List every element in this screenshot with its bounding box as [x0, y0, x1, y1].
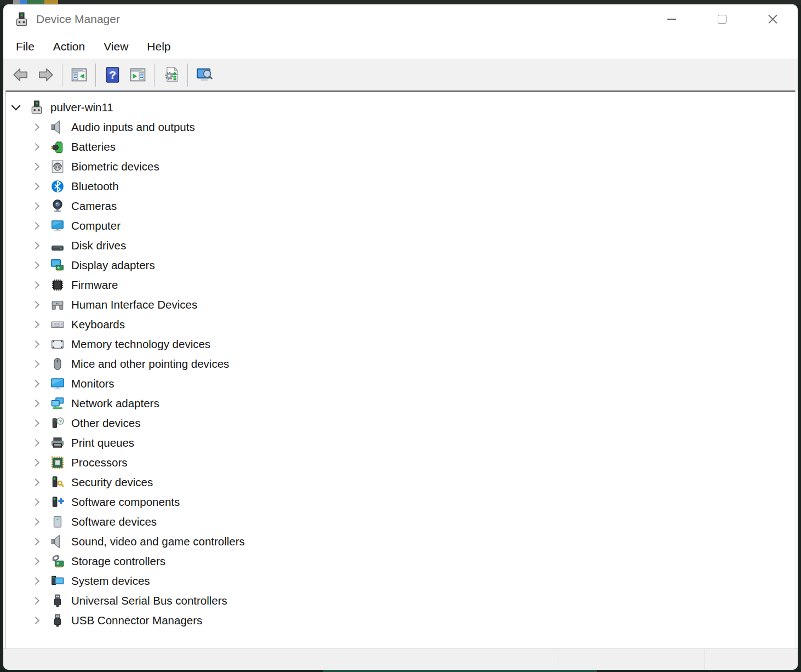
chevron-right-icon[interactable] [32, 360, 41, 369]
tree-item-software-components[interactable]: Software components [6, 492, 795, 512]
chevron-right-icon[interactable] [32, 241, 41, 250]
chevron-right-icon[interactable] [32, 537, 41, 546]
toolbar [3, 59, 798, 90]
tree-item-human-interface-devices[interactable]: Human Interface Devices [6, 295, 795, 315]
speaker-icon [50, 534, 65, 549]
chevron-right-icon[interactable] [32, 596, 41, 606]
chevron-right-icon[interactable] [32, 123, 41, 132]
chevron-right-icon[interactable] [32, 340, 41, 349]
tree-item-security-devices[interactable]: Security devices [6, 472, 795, 492]
tree-item-audio-inputs-and-outputs[interactable]: Audio inputs and outputs [6, 117, 795, 137]
menu-file[interactable]: File [7, 40, 44, 53]
tree-item-monitors[interactable]: Monitors [6, 374, 795, 394]
tree-item-memory-technology-devices[interactable]: Memory technology devices [6, 334, 795, 354]
tree-item-processors[interactable]: Processors [6, 453, 795, 472]
chevron-right-glyph [32, 183, 39, 190]
chevron-right-glyph [32, 597, 39, 605]
chevron-down-icon[interactable] [11, 103, 20, 112]
system-device-icon [50, 574, 65, 588]
tree-item-system-devices[interactable]: System devices [6, 571, 795, 591]
tree-item-batteries[interactable]: Batteries [6, 137, 795, 157]
chevron-right-icon[interactable] [32, 162, 41, 172]
chevron-right-icon[interactable] [32, 281, 41, 290]
chevron-right-icon[interactable] [32, 438, 41, 448]
tree-item-firmware[interactable]: Firmware [6, 275, 795, 295]
software-component-icon [50, 495, 65, 509]
chevron-right-icon[interactable] [32, 616, 41, 625]
menu-view[interactable]: View [94, 40, 138, 53]
chevron-right-icon[interactable] [32, 379, 41, 389]
show-action-pane-button[interactable] [125, 63, 150, 87]
tree-item-disk-drives[interactable]: Disk drives [6, 236, 795, 255]
maximize-button[interactable] [697, 4, 747, 34]
show-console-tree-icon [71, 66, 88, 83]
speaker-icon [50, 120, 65, 134]
chevron-right-glyph [32, 360, 39, 368]
tree-item-cameras[interactable]: Cameras [6, 196, 795, 216]
device-manager-icon [30, 100, 44, 115]
tree-item-universal-serial-bus-controllers[interactable]: Universal Serial Bus controllers [6, 591, 795, 611]
tree-item-mice-and-other-pointing-devices[interactable]: Mice and other pointing devices [6, 354, 795, 374]
tree-item-label: Disk drives [71, 239, 126, 252]
tree-item-storage-controllers[interactable]: Storage controllers [6, 551, 795, 571]
tree-item-keyboards[interactable]: Keyboards [6, 315, 795, 334]
computer-icon [50, 219, 65, 233]
forward-arrow-button[interactable] [33, 63, 58, 87]
tree-item-other-devices[interactable]: Other devices [6, 413, 795, 433]
chevron-right-icon[interactable] [32, 478, 41, 487]
tree-item-network-adapters[interactable]: Network adapters [6, 394, 795, 413]
chevron-right-icon[interactable] [32, 320, 41, 329]
chevron-right-glyph [32, 479, 39, 486]
chevron-right-icon[interactable] [32, 458, 41, 468]
minimize-button[interactable] [646, 4, 697, 34]
remote-computer-search-button[interactable] [192, 63, 217, 87]
tree-item-display-adapters[interactable]: Display adapters [6, 255, 795, 275]
tree-item-label: Batteries [71, 140, 116, 153]
toolbar-separator [62, 64, 62, 87]
chevron-right-glyph [32, 459, 39, 466]
bluetooth-icon [50, 179, 65, 193]
tree-item-sound-video-and-game-controllers[interactable]: Sound, video and game controllers [6, 532, 795, 551]
tree-item-print-queues[interactable]: Print queues [6, 433, 795, 453]
chevron-right-icon[interactable] [32, 577, 41, 586]
tree-item-computer[interactable]: Computer [6, 216, 795, 236]
menu-help[interactable]: Help [138, 40, 180, 53]
chevron-right-icon[interactable] [32, 300, 41, 310]
chevron-right-glyph [32, 419, 39, 427]
fingerprint-icon [50, 160, 65, 174]
tree-item-biometric-devices[interactable]: Biometric devices [6, 157, 795, 176]
close-button[interactable] [747, 4, 798, 34]
chevron-right-icon[interactable] [32, 557, 41, 566]
tree-item-label: USB Connector Managers [71, 614, 202, 627]
chevron-right-glyph [32, 202, 39, 210]
tree-item-software-devices[interactable]: Software devices [6, 512, 795, 532]
tree-item-label: Display adapters [71, 259, 155, 272]
back-arrow-button[interactable] [8, 63, 33, 87]
tree-item-label: Firmware [71, 278, 118, 292]
device-manager-icon [14, 12, 29, 27]
chevron-right-icon[interactable] [32, 498, 41, 507]
chevron-right-icon[interactable] [32, 221, 41, 231]
show-console-tree-button[interactable] [66, 63, 91, 87]
help-button[interactable] [100, 63, 125, 87]
menu-action[interactable]: Action [44, 40, 94, 53]
storage-controller-icon [50, 554, 65, 568]
chevron-right-icon[interactable] [32, 517, 41, 527]
chevron-right-icon[interactable] [32, 399, 41, 408]
chevron-right-glyph [32, 123, 39, 131]
tree-item-usb-connector-managers[interactable]: USB Connector Managers [6, 611, 795, 630]
chevron-right-icon[interactable] [32, 261, 41, 270]
tree-item-pulver-win11[interactable]: pulver-win11 [6, 98, 795, 117]
tree-item-label: Other devices [71, 417, 140, 430]
tree-item-bluetooth[interactable]: Bluetooth [6, 176, 795, 196]
tree-item-label: Network adapters [71, 397, 159, 410]
chevron-right-icon[interactable] [32, 202, 41, 211]
tree-item-label: Memory technology devices [71, 338, 210, 351]
tree-item-label: Universal Serial Bus controllers [71, 594, 227, 607]
device-manager-window: Device Manager FileActionViewHelp pulver… [3, 4, 798, 670]
scan-hardware-changes-button[interactable] [158, 63, 184, 87]
chevron-right-icon[interactable] [32, 419, 41, 428]
chevron-right-icon[interactable] [32, 182, 41, 191]
chevron-right-icon[interactable] [32, 143, 41, 152]
title-bar[interactable]: Device Manager [3, 4, 798, 34]
